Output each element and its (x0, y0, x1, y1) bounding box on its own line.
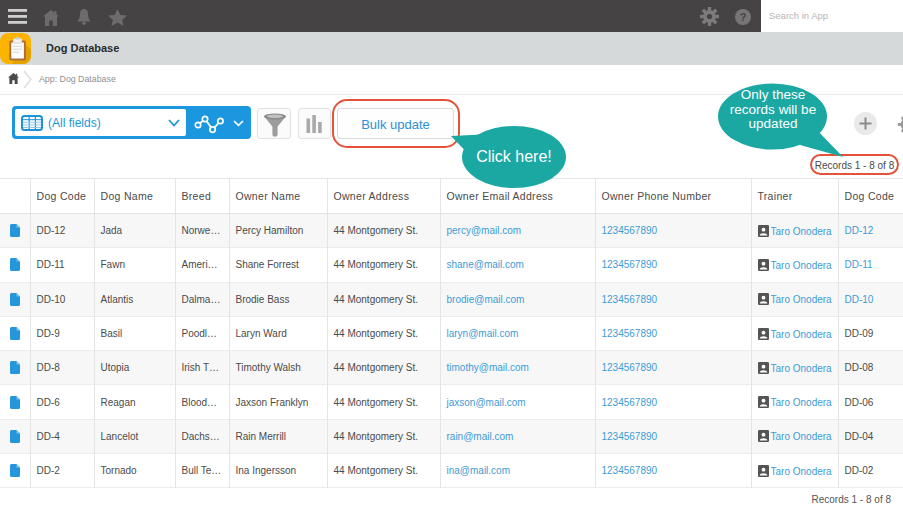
svg-text:?: ? (740, 11, 747, 23)
